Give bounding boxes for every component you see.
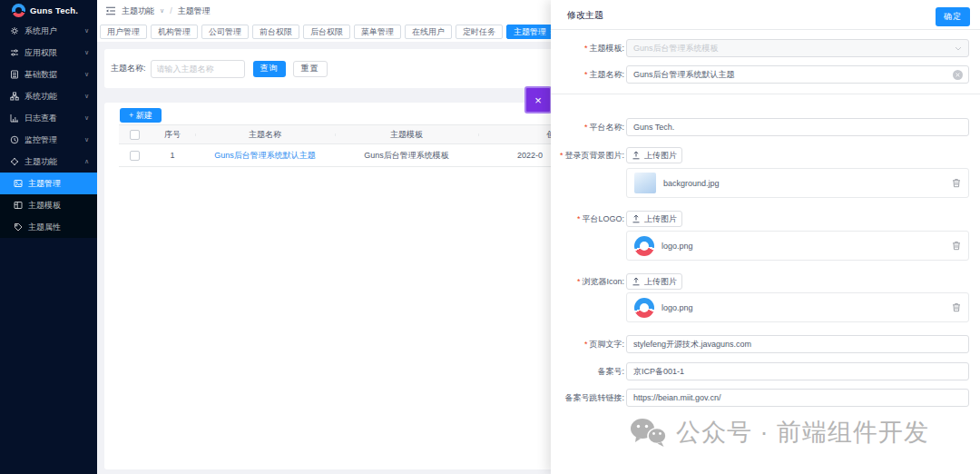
uploaded-file-login-bg: background.jpg [626, 168, 969, 198]
field-label: *平台名称: [551, 118, 624, 136]
row-checkbox[interactable] [130, 151, 140, 161]
form-row-footer-text: *页脚文字: [551, 335, 969, 353]
tab-label: 在线用户 [412, 26, 445, 38]
reset-button[interactable]: 重置 [293, 61, 328, 77]
clear-icon[interactable] [953, 70, 963, 80]
sidebar-item-system-functions[interactable]: 系统功能 ∨ [0, 85, 97, 107]
field-label: 备案号: [551, 362, 624, 380]
sidebar-subitem-theme-template[interactable]: 主题模板 [0, 194, 97, 216]
breadcrumb-separator: / [170, 6, 172, 15]
required-mark: * [584, 123, 588, 132]
close-icon: × [534, 94, 542, 107]
database-icon [10, 70, 19, 79]
gear-icon [10, 26, 19, 35]
tab-label: 定时任务 [463, 26, 495, 38]
delete-file-icon[interactable] [952, 302, 961, 312]
upload-platform-logo-button[interactable]: 上传图片 [626, 211, 682, 227]
field-label-text: 主题名称: [589, 70, 624, 79]
field-label: *主题模板: [551, 39, 624, 57]
tab-company-management[interactable]: 公司管理 [201, 25, 249, 39]
sidebar-item-base-data[interactable]: 基础数据 ∨ [0, 64, 97, 85]
select-all-checkbox[interactable] [130, 130, 140, 140]
upload-button-label: 上传图片 [644, 276, 677, 288]
icp-number-input[interactable] [626, 362, 969, 380]
chevron-down-icon [955, 46, 962, 51]
sidebar-item-monitor-management[interactable]: 监控管理 ∨ [0, 129, 97, 151]
sidebar-subitem-theme-manage[interactable]: 主题管理 [0, 173, 97, 194]
breadcrumb-current: 主题管理 [178, 5, 211, 17]
tab-online-users[interactable]: 在线用户 [405, 25, 452, 39]
tab-label: 用户管理 [107, 26, 140, 38]
icp-link-input[interactable] [626, 389, 969, 407]
form-row-theme-name: *主题名称: [551, 65, 969, 84]
field-label: 备案号跳转链接: [551, 389, 624, 407]
field-label-text: 备案号跳转链接: [564, 393, 624, 402]
field-label-text: 主题模板: [589, 44, 624, 53]
theme-name-input[interactable] [626, 65, 969, 84]
search-field-label: 主题名称: [111, 63, 146, 74]
field-label: *平台LOGO: [551, 211, 624, 227]
sidebar-item-theme-functions[interactable]: 主题功能 ∧ [0, 151, 97, 173]
field-label-text: 备案号: [597, 367, 624, 376]
tab-menu-management[interactable]: 菜单管理 [354, 25, 401, 39]
required-mark: * [560, 151, 564, 160]
file-name: background.jpg [663, 179, 945, 188]
template-icon [14, 201, 23, 210]
theme-name-link[interactable]: Guns后台管理系统默认主题 [195, 150, 335, 162]
sidebar: Guns Tech. 系统用户 ∨ 应用权限 ∨ 基础数据 ∨ 系统功能 ∨ 日… [0, 0, 97, 474]
new-button[interactable]: + 新建 [120, 108, 162, 123]
uploaded-file-browser-icon: logo.png [626, 292, 969, 322]
form-row-icp-link: 备案号跳转链接: [551, 389, 969, 407]
upload-login-bg-button[interactable]: 上传图片 [626, 147, 682, 163]
breadcrumb-menu[interactable]: 主题功能 [122, 5, 154, 17]
query-button[interactable]: 查询 [253, 61, 286, 77]
sidebar-item-log-view[interactable]: 日志查看 ∨ [0, 107, 97, 129]
chevron-down-icon: ∨ [160, 7, 164, 15]
app-logo: Guns Tech. [0, 0, 97, 20]
image-icon [14, 179, 23, 188]
selected-value: Guns后台管理系统模板 [633, 43, 719, 54]
column-header-template: 主题模板 [335, 129, 478, 141]
cell-seq: 1 [150, 151, 195, 160]
tab-scheduled-tasks[interactable]: 定时任务 [456, 25, 503, 39]
delete-file-icon[interactable] [952, 178, 961, 188]
form-row-platform-name: *平台名称: [551, 118, 969, 136]
tab-front-permissions[interactable]: 前台权限 [252, 25, 299, 39]
tab-org-management[interactable]: 机构管理 [151, 25, 198, 39]
tab-back-permissions[interactable]: 后台权限 [303, 25, 350, 39]
platform-name-input[interactable] [626, 118, 969, 136]
footer-text-input[interactable] [626, 335, 969, 353]
column-header-name: 主题名称 [195, 129, 335, 141]
overlay-close-button[interactable]: × [524, 86, 552, 114]
sitemap-icon [10, 92, 19, 101]
field-label-text: 登录页背景图片: [564, 151, 624, 160]
form-row-login-bg: *登录页背景图片: 上传图片 [551, 147, 969, 163]
guns-logo-icon [12, 4, 25, 17]
chevron-down-icon: ∨ [84, 27, 89, 35]
file-name: logo.png [662, 242, 945, 251]
form-row-platform-logo: *平台LOGO: 上传图片 [551, 211, 969, 227]
drawer-title: 修改主题 [567, 9, 603, 22]
form-row-theme-template: *主题模板: Guns后台管理系统模板 [551, 39, 969, 57]
delete-file-icon[interactable] [952, 241, 961, 251]
search-input[interactable] [151, 60, 245, 78]
sidebar-item-app-permissions[interactable]: 应用权限 ∨ [0, 42, 97, 64]
sidebar-item-system-users[interactable]: 系统用户 ∨ [0, 20, 97, 42]
collapse-menu-icon[interactable] [105, 6, 116, 15]
tab-label: 机构管理 [158, 26, 191, 38]
chevron-down-icon: ∨ [84, 71, 89, 78]
tab-label: 公司管理 [209, 26, 241, 38]
sidebar-subitem-label: 主题管理 [28, 178, 61, 190]
required-mark: * [584, 340, 588, 349]
required-mark: * [584, 70, 588, 79]
sidebar-subitem-theme-attributes[interactable]: 主题属性 [0, 216, 97, 238]
chevron-up-icon: ∧ [84, 158, 89, 165]
confirm-button[interactable]: 确定 [936, 7, 970, 26]
theme-template-select[interactable]: Guns后台管理系统模板 [626, 39, 969, 57]
edit-theme-drawer: 修改主题 确定 *主题模板: Guns后台管理系统模板 *主题名称: *平台名称… [551, 0, 980, 474]
sidebar-submenu-theme: 主题管理 主题模板 主题属性 [0, 173, 97, 238]
tab-user-management[interactable]: 用户管理 [100, 25, 147, 39]
form-row-browser-icon: *浏览器Icon: 上传图片 [551, 273, 969, 290]
upload-browser-icon-button[interactable]: 上传图片 [626, 273, 682, 290]
required-mark: * [577, 214, 581, 223]
